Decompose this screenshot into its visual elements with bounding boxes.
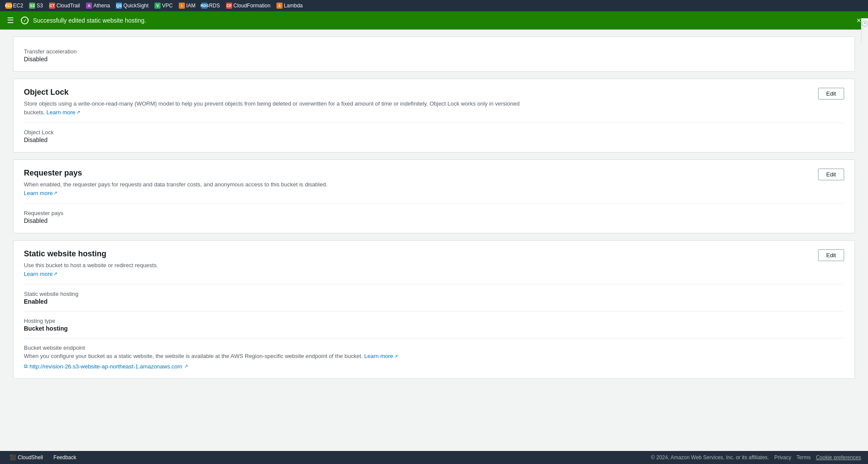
nav-item-rds[interactable]: RDS RDS [199, 2, 222, 10]
nav-item-iam[interactable]: I IAM [177, 2, 197, 10]
requester-pays-card: Requester pays When enabled, the request… [13, 159, 855, 233]
nav-label-cloudformation: CloudFormation [233, 3, 270, 9]
requester-pays-header: Requester pays When enabled, the request… [24, 169, 844, 197]
nav-item-s3[interactable]: S3 S3 [27, 2, 45, 10]
static-hosting-learn-more[interactable]: Learn more ↗ [24, 270, 57, 278]
external-link-icon-3: ↗ [53, 270, 57, 278]
requester-pays-edit-button[interactable]: Edit [818, 169, 844, 180]
copyright-text: © 2024, Amazon Web Services, Inc. or its… [651, 454, 769, 458]
object-lock-field-value: Disabled [24, 136, 844, 143]
success-check-icon: ✓ [21, 17, 29, 24]
nav-label-quicksight: QuickSight [123, 3, 148, 9]
endpoint-label: Bucket website endpoint [24, 345, 844, 351]
nav-label-rds: RDS [209, 3, 220, 9]
top-nav: EC2 EC2 S3 S3 CT CloudTrail A Athena QS … [0, 0, 868, 11]
static-hosting-divider3 [24, 338, 844, 338]
requester-pays-description: When enabled, the requester pays for req… [24, 180, 329, 197]
nav-item-cloudformation[interactable]: CF CloudFormation [224, 2, 273, 10]
nav-item-cloudtrail[interactable]: CT CloudTrail [47, 2, 82, 10]
cloudtrail-icon: CT [49, 3, 55, 9]
hosting-status-value: Enabled [24, 298, 844, 305]
static-hosting-title: Static website hosting [24, 249, 193, 259]
vpc-icon: V [155, 3, 161, 9]
static-hosting-card: Static website hosting Use this bucket t… [13, 240, 855, 379]
hamburger-icon[interactable]: ☰ [7, 16, 14, 25]
athena-icon: A [86, 3, 92, 9]
nav-item-quicksight[interactable]: QS QuickSight [114, 2, 151, 10]
transfer-value: Disabled [24, 56, 844, 63]
static-hosting-edit-button[interactable]: Edit [818, 249, 844, 261]
iam-icon: I [179, 3, 185, 9]
nav-item-vpc[interactable]: V VPC [152, 2, 175, 10]
requester-pays-learn-more[interactable]: Learn more ↗ [24, 189, 57, 198]
endpoint-learn-more[interactable]: Learn more ↗ [364, 352, 398, 361]
requester-pays-title: Requester pays [24, 169, 363, 178]
object-lock-header-left: Object Lock Store objects using a write-… [24, 88, 577, 116]
nav-label-s3: S3 [36, 3, 43, 9]
bottom-right: © 2024, Amazon Web Services, Inc. or its… [651, 454, 861, 458]
object-lock-title: Object Lock [24, 88, 577, 97]
static-hosting-header: Static website hosting Use this bucket t… [24, 249, 844, 278]
nav-item-athena[interactable]: A Athena [84, 2, 112, 10]
endpoint-description: When you configure your bucket as a stat… [24, 352, 762, 361]
close-banner-button[interactable]: × [856, 16, 861, 25]
privacy-link[interactable]: Privacy [774, 454, 791, 458]
main-content: Transfer acceleration Disabled Object Lo… [0, 36, 868, 458]
cookie-preferences-link[interactable]: Cookie preferences [816, 454, 861, 458]
requester-pays-header-left: Requester pays When enabled, the request… [24, 169, 363, 197]
hosting-type-section: Hosting type Bucket hosting [24, 318, 844, 332]
external-link-icon-5: ↗ [184, 364, 188, 369]
s3-icon: S3 [29, 3, 35, 9]
nav-label-lambda: Lambda [284, 3, 302, 9]
transfer-acceleration-card: Transfer acceleration Disabled [13, 36, 855, 72]
side-clock-icon[interactable]: 🕐 [861, 18, 868, 44]
lambda-icon: λ [276, 3, 283, 9]
requester-pays-field-label: Requester pays [24, 210, 844, 216]
nav-label-iam: IAM [186, 3, 195, 9]
external-link-icon-2: ↗ [53, 189, 57, 197]
hosting-type-value: Bucket hosting [24, 325, 844, 332]
nav-label-vpc: VPC [162, 3, 173, 9]
nav-label-athena: Athena [93, 3, 110, 9]
object-lock-edit-button[interactable]: Edit [818, 88, 844, 99]
nav-item-ec2[interactable]: EC2 EC2 [3, 2, 25, 10]
rds-icon: RDS [201, 3, 207, 9]
hosting-status-section: Static website hosting Enabled [24, 291, 844, 305]
static-hosting-divider2 [24, 311, 844, 312]
success-message: Successfully edited static website hosti… [33, 17, 146, 24]
endpoint-section: Bucket website endpoint When you configu… [24, 345, 844, 370]
terms-link[interactable]: Terms [796, 454, 811, 458]
object-lock-field-label: Object Lock [24, 129, 844, 136]
requester-pays-field-value: Disabled [24, 217, 844, 224]
bottom-bar: ⬛ CloudShell Feedback © 2024, Amazon Web… [0, 451, 868, 458]
requester-pays-divider [24, 203, 844, 204]
bottom-left: ⬛ CloudShell Feedback [7, 454, 644, 458]
transfer-label: Transfer acceleration [24, 48, 844, 55]
object-lock-description: Store objects using a write-once-read-ma… [24, 99, 522, 116]
cloudshell-button[interactable]: ⬛ CloudShell [7, 454, 46, 458]
cloudshell-icon: ⬛ [10, 454, 16, 458]
object-lock-card: Object Lock Store objects using a write-… [13, 79, 855, 152]
cloudformation-icon: CF [226, 3, 232, 9]
external-link-icon-4: ↗ [394, 353, 398, 360]
feedback-button[interactable]: Feedback [51, 454, 79, 458]
static-hosting-description: Use this bucket to host a website or red… [24, 261, 176, 278]
object-lock-divider [24, 123, 844, 123]
success-banner: ☰ ✓ Successfully edited static website h… [0, 11, 868, 30]
endpoint-url-link[interactable]: ⧉ http://revision-26.s3-website-ap-north… [24, 363, 844, 370]
hosting-status-label: Static website hosting [24, 291, 844, 297]
ec2-icon: EC2 [6, 3, 12, 9]
nav-label-ec2: EC2 [13, 3, 23, 9]
requester-pays-field-section: Requester pays Disabled [24, 210, 844, 224]
static-hosting-divider1 [24, 284, 844, 285]
object-lock-learn-more[interactable]: Learn more ↗ [46, 108, 80, 117]
transfer-field-section: Transfer acceleration Disabled [24, 48, 844, 63]
external-link-icon: ↗ [76, 109, 80, 116]
nav-label-cloudtrail: CloudTrail [56, 3, 80, 9]
static-hosting-header-left: Static website hosting Use this bucket t… [24, 249, 193, 278]
nav-item-lambda[interactable]: λ Lambda [274, 2, 305, 10]
quicksight-icon: QS [116, 3, 122, 9]
copy-icon: ⧉ [24, 363, 28, 369]
hosting-type-label: Hosting type [24, 318, 844, 324]
object-lock-field-section: Object Lock Disabled [24, 129, 844, 143]
